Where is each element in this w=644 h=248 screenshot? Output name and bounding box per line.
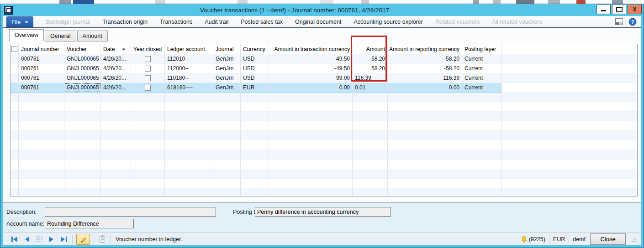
column-header-currency[interactable]: Currency — [241, 44, 269, 54]
notifications-button[interactable] — [520, 235, 529, 244]
currency-cell[interactable]: EUR — [241, 83, 269, 93]
menu-item-audit-trail[interactable]: Audit trail — [205, 19, 228, 25]
menu-item-posted-sales-tax[interactable]: Posted sales tax — [241, 19, 283, 25]
date-cell[interactable]: 4/26/20... — [101, 83, 131, 93]
window-close-button[interactable]: X — [628, 5, 642, 14]
notification-count[interactable]: (9225) — [529, 236, 545, 243]
currency-cell[interactable]: USD — [241, 64, 269, 73]
company-indicator[interactable]: demf — [573, 236, 586, 243]
table-row[interactable]: 000761 GNJL000065 4/26/20... 112000-- Ge… — [11, 64, 637, 73]
voucher-cell-focused[interactable]: GNJL000065 — [64, 83, 101, 93]
minimize-button[interactable] — [596, 5, 611, 14]
amount-transaction-cell[interactable]: 0.00 — [269, 83, 353, 93]
column-header-amount-transaction[interactable]: Amount in transaction currency — [269, 44, 353, 54]
column-header-year-closed[interactable]: Year closed — [131, 44, 165, 54]
ledger-account-cell[interactable]: 112010-- — [165, 54, 213, 64]
grid-view-button[interactable] — [35, 235, 44, 244]
empty-cell — [269, 121, 353, 131]
column-header-date[interactable]: Date — [101, 44, 131, 54]
edit-record-button[interactable] — [76, 234, 90, 245]
amount-cell[interactable]: 0.01 — [353, 83, 388, 93]
layout-pane-icon[interactable] — [615, 18, 623, 25]
previous-record-button[interactable] — [22, 235, 32, 244]
description-input[interactable] — [45, 207, 216, 217]
year-closed-checkbox[interactable] — [145, 56, 151, 62]
empty-cell — [462, 150, 502, 160]
table-row[interactable]: 000761 GNJL000065 4/26/20... 110180-- Ge… — [11, 73, 637, 83]
help-icon[interactable]: ? — [628, 18, 637, 26]
journal-number-cell[interactable]: 000761 — [19, 83, 64, 93]
journal-cell[interactable]: GenJrn — [213, 73, 241, 83]
paste-button[interactable] — [98, 235, 107, 244]
amount-cell[interactable]: 58.20 — [353, 64, 388, 73]
column-header-journal-number[interactable]: Journal number — [19, 44, 64, 54]
tab-amount[interactable]: Amount — [77, 31, 108, 41]
background-fragment — [473, 0, 479, 4]
tab-overview[interactable]: Overview — [9, 29, 44, 41]
row-selector-cell[interactable] — [11, 54, 19, 64]
next-record-button[interactable] — [47, 235, 56, 244]
last-record-button[interactable] — [59, 235, 69, 244]
separator — [72, 235, 73, 244]
year-closed-checkbox[interactable] — [145, 85, 151, 91]
journal-number-cell[interactable]: 000761 — [19, 54, 64, 64]
menu-item-transactions[interactable]: Transactions — [160, 19, 192, 25]
year-closed-checkbox[interactable] — [145, 75, 151, 81]
column-header-journal[interactable]: Journal — [213, 44, 241, 54]
table-row-selected[interactable]: 000761 GNJL000065 4/26/20... 618160---- … — [11, 83, 637, 93]
column-header-amount[interactable]: Amount — [353, 44, 388, 54]
amount-cell[interactable]: 58.20 — [353, 54, 388, 64]
posting-layer-cell[interactable]: Current — [462, 83, 502, 93]
amount-reporting-cell[interactable]: -58.20 — [388, 54, 462, 64]
journal-number-cell[interactable]: 000761 — [19, 73, 64, 83]
file-menu-button[interactable]: File — [6, 16, 33, 27]
journal-cell[interactable]: GenJrn — [213, 54, 241, 64]
date-cell[interactable]: 4/26/20... — [101, 54, 131, 64]
amount-transaction-cell[interactable]: -49.50 — [269, 54, 353, 64]
currency-indicator[interactable]: EUR — [553, 236, 565, 243]
journal-cell[interactable]: GenJrn — [213, 64, 241, 73]
year-closed-checkbox[interactable] — [145, 66, 151, 72]
date-cell[interactable]: 4/26/20... — [101, 73, 131, 83]
amount-cell[interactable]: 116.39 — [353, 73, 388, 83]
menu-item-transaction-origin[interactable]: Transaction origin — [102, 19, 148, 25]
amount-transaction-cell[interactable]: -49.50 — [269, 64, 353, 73]
close-button[interactable]: Close — [590, 233, 626, 245]
row-selector-cell[interactable] — [11, 83, 19, 93]
column-header-posting-layer[interactable]: Posting layer — [462, 44, 502, 54]
column-header-ledger-account[interactable]: Ledger account — [165, 44, 213, 54]
column-header-voucher[interactable]: Voucher — [64, 44, 101, 54]
journal-cell[interactable]: GenJrn — [213, 83, 241, 93]
select-all-checkbox[interactable] — [11, 46, 17, 52]
table-row[interactable]: 000761 GNJL000065 4/26/20... 112010-- Ge… — [11, 54, 637, 64]
posting-type-input[interactable] — [255, 207, 391, 217]
ledger-account-cell[interactable]: 618160---- — [165, 83, 213, 93]
row-selector-cell[interactable] — [11, 73, 19, 83]
first-record-button[interactable] — [10, 235, 19, 244]
ledger-account-cell[interactable]: 112000-- — [165, 64, 213, 73]
voucher-cell[interactable]: GNJL000065 — [64, 73, 101, 83]
resize-grip[interactable] — [631, 237, 637, 242]
menu-item-original-document[interactable]: Original document — [295, 19, 341, 25]
voucher-cell[interactable]: GNJL000065 — [64, 54, 101, 64]
date-cell[interactable]: 4/26/20... — [101, 64, 131, 73]
ledger-account-cell[interactable]: 110180-- — [165, 73, 213, 83]
amount-reporting-cell[interactable]: 0.00 — [388, 83, 462, 93]
tab-general[interactable]: General — [45, 31, 76, 41]
maximize-button[interactable] — [612, 5, 626, 14]
account-name-input[interactable] — [45, 219, 134, 228]
currency-cell[interactable]: USD — [241, 73, 269, 83]
posting-layer-cell[interactable]: Current — [462, 64, 502, 73]
voucher-cell[interactable]: GNJL000065 — [64, 64, 101, 73]
journal-number-cell[interactable]: 000761 — [19, 64, 64, 73]
posting-layer-cell[interactable]: Current — [462, 73, 502, 83]
empty-cell — [502, 188, 637, 196]
amount-reporting-cell[interactable]: -58.20 — [388, 64, 462, 73]
menu-item-accounting-source-explorer[interactable]: Accounting source explorer — [354, 19, 422, 25]
currency-cell[interactable]: USD — [241, 54, 269, 64]
column-header-amount-reporting[interactable]: Amount in reporting currency — [388, 44, 462, 54]
amount-reporting-cell[interactable]: 116.39 — [388, 73, 462, 83]
amount-transaction-cell[interactable]: 99.00 — [269, 73, 353, 83]
row-selector-cell[interactable] — [11, 64, 19, 73]
posting-layer-cell[interactable]: Current — [462, 54, 502, 64]
